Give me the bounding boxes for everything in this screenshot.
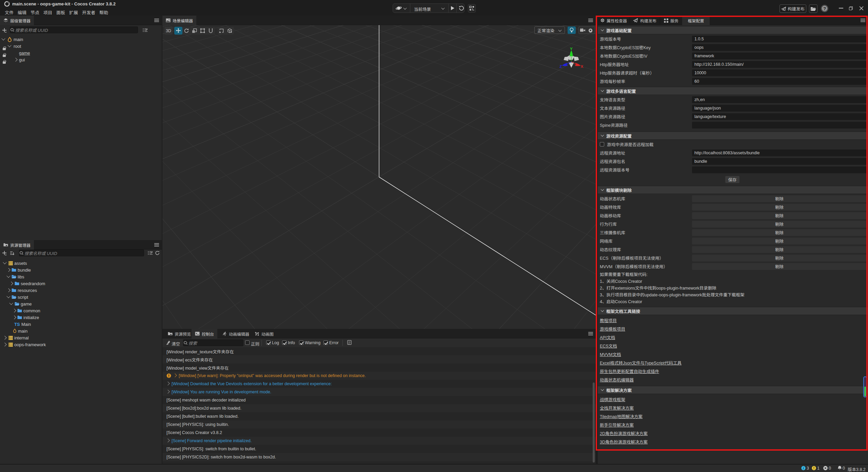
svg-text:Z: Z xyxy=(559,64,562,68)
svg-text:Y: Y xyxy=(570,47,573,51)
svg-text:i: i xyxy=(803,467,804,470)
svg-text:X: X xyxy=(580,64,583,68)
